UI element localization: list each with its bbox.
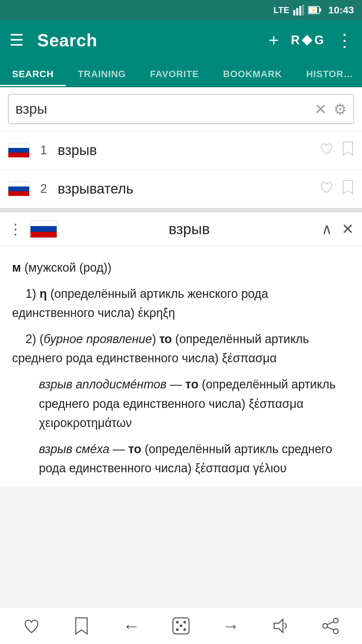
toolbar-actions: + R G ⋮ xyxy=(269,30,353,50)
svg-rect-1 xyxy=(296,8,298,15)
detail-collapse-icon[interactable]: ∧ xyxy=(321,220,332,237)
favorite-icon-1[interactable] xyxy=(319,141,334,159)
result-2-actions xyxy=(319,179,354,199)
svg-text:⚡: ⚡ xyxy=(311,7,316,13)
svg-rect-0 xyxy=(293,10,295,15)
svg-point-12 xyxy=(180,625,182,627)
battery-icon: ⚡ xyxy=(308,6,321,14)
svg-point-11 xyxy=(183,621,186,624)
add-button[interactable]: + xyxy=(269,30,279,50)
flag-icon-ru-1 xyxy=(8,143,29,158)
flag-icon-ru-2 xyxy=(8,181,29,196)
tab-training[interactable]: TRAINING xyxy=(66,59,138,86)
svg-line-19 xyxy=(327,622,334,625)
svg-rect-3 xyxy=(302,5,304,15)
bottom-spacer xyxy=(0,486,362,526)
search-input[interactable] xyxy=(15,101,314,117)
svg-point-14 xyxy=(183,628,186,631)
bottom-back-button[interactable]: ← xyxy=(114,609,148,643)
bottom-bookmark-button[interactable] xyxy=(65,609,98,643)
definition-sense-1: 1) η (определённый артикль женского рода… xyxy=(12,284,350,323)
result-list: 1 взрыв 2 взрыватель xyxy=(0,131,362,208)
toolbar: ☰ Search + R G ⋮ xyxy=(0,20,362,60)
more-options-icon[interactable]: ⋮ xyxy=(336,30,353,50)
table-row[interactable]: 2 взрыватель xyxy=(0,170,362,208)
svg-point-13 xyxy=(176,628,179,631)
svg-point-16 xyxy=(334,618,338,623)
definition-pos: м (мужской (род)) xyxy=(12,258,350,277)
section-divider xyxy=(0,208,362,212)
bottom-favorite-button[interactable] xyxy=(15,609,48,643)
result-number-1: 1 xyxy=(38,143,50,157)
status-time: 10:43 xyxy=(328,4,354,16)
detail-word-title: взрыв xyxy=(57,221,321,237)
bottom-forward-button[interactable]: → xyxy=(214,609,248,643)
r-label: R xyxy=(291,33,300,47)
svg-point-10 xyxy=(176,621,179,624)
diamond-icon xyxy=(301,34,313,46)
bottom-bar: ← → xyxy=(0,607,362,644)
result-1-actions xyxy=(319,141,354,160)
detail-menu-icon[interactable]: ⋮ xyxy=(8,220,22,237)
svg-rect-2 xyxy=(299,6,301,15)
svg-marker-15 xyxy=(274,619,283,633)
bottom-speaker-button[interactable] xyxy=(264,609,297,643)
status-bar: LTE ⚡ 10:43 xyxy=(0,0,362,20)
detail-flag-icon xyxy=(30,220,57,238)
svg-point-17 xyxy=(323,624,327,628)
g-label: G xyxy=(314,33,324,47)
favorite-icon-2[interactable] xyxy=(319,180,334,198)
tab-history[interactable]: HISTOR… xyxy=(294,59,362,86)
status-icons: LTE ⚡ 10:43 xyxy=(274,4,354,16)
svg-rect-5 xyxy=(319,8,321,12)
bottom-dice-button[interactable] xyxy=(164,609,198,643)
definition-example-2: взрыв смéха — то (определённый артикль с… xyxy=(39,439,350,478)
result-word-1: взрыв xyxy=(58,142,319,158)
bottom-share-button[interactable] xyxy=(314,609,347,643)
signal-icon xyxy=(293,5,304,15)
tab-bookmark[interactable]: BOOKMARK xyxy=(211,59,294,86)
rdg-toggle[interactable]: R G xyxy=(291,33,324,47)
result-word-2: взрыватель xyxy=(58,181,319,197)
page-title: Search xyxy=(37,30,269,50)
definition-example-1: взрыв аплодисмéнтов — то (определённый а… xyxy=(39,375,350,433)
definition-content: м (мужской (род)) 1) η (определённый арт… xyxy=(0,246,362,486)
tab-search[interactable]: SEARCH xyxy=(0,59,66,86)
pos-label: м xyxy=(12,261,21,274)
tab-favorite[interactable]: FAVORITE xyxy=(138,59,211,86)
search-box: ✕ ⚙ xyxy=(8,94,354,124)
clear-search-icon[interactable]: ✕ xyxy=(314,101,327,118)
lte-icon: LTE xyxy=(274,5,289,15)
bookmark-icon-1[interactable] xyxy=(342,141,354,160)
svg-line-20 xyxy=(327,627,334,630)
svg-marker-8 xyxy=(302,35,312,46)
detail-close-icon[interactable]: ✕ xyxy=(342,220,354,237)
svg-point-18 xyxy=(334,629,338,634)
detail-panel: ⋮ взрыв ∧ ✕ м (мужской (род)) 1) η (опре… xyxy=(0,212,362,486)
tabs-bar: SEARCH TRAINING FAVORITE BOOKMARK HISTOR… xyxy=(0,60,362,87)
search-box-container: ✕ ⚙ xyxy=(0,87,362,131)
bookmark-icon-2[interactable] xyxy=(342,179,354,199)
menu-icon[interactable]: ☰ xyxy=(9,32,24,48)
detail-header: ⋮ взрыв ∧ ✕ xyxy=(0,212,362,246)
definition-sense-2: 2) (бурное проявление) το (определённый … xyxy=(12,329,350,368)
result-number-2: 2 xyxy=(38,182,50,196)
table-row[interactable]: 1 взрыв xyxy=(0,131,362,170)
search-settings-icon[interactable]: ⚙ xyxy=(334,101,347,118)
